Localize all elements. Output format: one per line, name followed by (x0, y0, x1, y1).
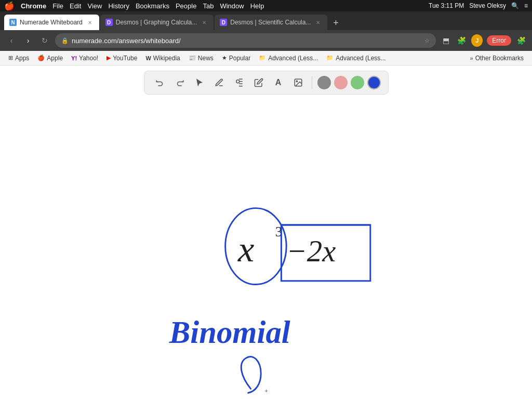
tab-close-numerade[interactable]: ✕ (86, 18, 94, 26)
os-time: Tue 3:11 PM (429, 2, 464, 9)
address-bar-actions: ⬒ 🧩 J Error 🧩 (440, 35, 527, 46)
tab-title-numerade: Numerade Whiteboard (20, 19, 83, 26)
bookmark-popular-label: Popular (229, 55, 250, 62)
bookmarks-right: » Other Bookmarks (467, 54, 527, 63)
bookmark-news[interactable]: 📰 News (185, 54, 217, 63)
undo-button[interactable] (152, 74, 168, 91)
back-button[interactable]: ‹ (5, 34, 18, 47)
extensions-icon[interactable]: 🧩 (456, 35, 467, 46)
tab-numerade[interactable]: N Numerade Whiteboard ✕ (4, 15, 99, 30)
os-menu-file[interactable]: File (52, 2, 63, 10)
url-bar[interactable]: 🔒 numerade.com/answers/whiteboard/ ☆ (55, 33, 436, 48)
bookmark-wikipedia[interactable]: W Wikipedia (142, 54, 183, 63)
os-menubar: 🍎 Chrome File Edit View History Bookmark… (0, 0, 532, 11)
bookmark-apps-label: Apps (15, 55, 29, 62)
whiteboard-svg: x 3 −2x Binomial + (0, 99, 532, 399)
color-pink[interactable] (334, 76, 348, 89)
color-gray[interactable] (317, 76, 331, 89)
os-status-bar: Tue 3:11 PM Steve Oleksy 🔍 ≡ (429, 2, 528, 9)
whiteboard-toolbar: A (0, 65, 532, 99)
os-menu-history[interactable]: History (108, 2, 129, 10)
svg-text:−2x: −2x (286, 234, 336, 268)
bookmarks-bar: ⊞ Apps 🍎 Apple Y! Yahoo! ▶ YouTube W Wik… (0, 51, 532, 65)
bookmark-apps[interactable]: ⊞ Apps (5, 54, 32, 63)
color-green[interactable] (351, 76, 364, 89)
svg-point-6 (296, 81, 297, 82)
os-menu-help[interactable]: Help (250, 2, 264, 10)
main-content: A x 3 −2x (0, 65, 532, 399)
tab-title-desmos2: Desmos | Scientific Calcula... (230, 19, 311, 26)
tab-favicon-desmos2: D (220, 19, 227, 26)
os-menu-window[interactable]: Window (220, 2, 244, 10)
os-menu-people[interactable]: People (176, 2, 196, 10)
highlighter-tool-button[interactable] (250, 74, 267, 91)
tab-desmos1[interactable]: D Desmos | Graphing Calcula... ✕ (100, 15, 214, 30)
forward-button[interactable]: › (22, 34, 34, 47)
bookmark-news-label: News (198, 55, 214, 62)
shapes-tool-button[interactable] (231, 74, 247, 91)
bookmark-wikipedia-label: Wikipedia (153, 55, 180, 62)
tab-desmos2[interactable]: D Desmos | Scientific Calcula... ✕ (215, 15, 327, 30)
bookmark-advanced1-label: Advanced (Less... (268, 55, 318, 62)
pencil-tool-button[interactable] (211, 74, 228, 91)
folder2-icon: 📁 (326, 55, 334, 61)
os-menu-tab[interactable]: Tab (203, 2, 214, 10)
bookmark-yahoo[interactable]: Y! Yahoo! (68, 54, 101, 63)
tab-bar: N Numerade Whiteboard ✕ D Desmos | Graph… (0, 11, 532, 30)
bookmark-popular[interactable]: ★ Popular (219, 54, 254, 63)
lock-icon: 🔒 (61, 37, 69, 44)
tab-close-desmos2[interactable]: ✕ (314, 18, 322, 26)
select-tool-button[interactable] (191, 74, 208, 91)
os-menu-bookmarks[interactable]: Bookmarks (136, 2, 169, 10)
bookmark-advanced2[interactable]: 📁 Advanced (Less... (323, 54, 389, 63)
search-icon[interactable]: 🔍 (511, 2, 519, 9)
tab-favicon-desmos1: D (105, 19, 113, 26)
svg-point-7 (225, 208, 287, 285)
toolbar-inner: A (144, 71, 389, 95)
bookmark-other[interactable]: » Other Bookmarks (467, 54, 527, 63)
image-tool-button[interactable] (290, 74, 307, 91)
url-text: numerade.com/answers/whiteboard/ (72, 37, 421, 45)
bookmark-advanced1[interactable]: 📁 Advanced (Less... (256, 54, 321, 63)
extensions-puzzle-icon[interactable]: 🧩 (515, 35, 527, 46)
apps-icon: ⊞ (8, 55, 13, 61)
error-button[interactable]: Error (487, 35, 511, 46)
bookmark-other-label: Other Bookmarks (475, 55, 524, 62)
other-bookmarks-icon: » (470, 55, 473, 61)
svg-point-0 (236, 80, 239, 83)
apple-menu-icon[interactable]: 🍎 (4, 1, 15, 11)
svg-text:Binomial: Binomial (169, 315, 290, 350)
bookmark-advanced2-label: Advanced (Less... (336, 55, 385, 62)
tab-favicon-numerade: N (9, 19, 17, 26)
svg-text:+: + (264, 387, 268, 394)
address-bar: ‹ › ↻ 🔒 numerade.com/answers/whiteboard/… (0, 30, 532, 51)
bookmark-star-icon[interactable]: ☆ (424, 37, 430, 44)
text-tool-button[interactable]: A (270, 74, 287, 91)
os-app-name[interactable]: Chrome (21, 2, 46, 10)
apple-bookmark-icon: 🍎 (37, 55, 45, 61)
bookmark-apple[interactable]: 🍎 Apple (34, 54, 66, 63)
profile-initial: J (471, 34, 483, 47)
os-menu-edit[interactable]: Edit (70, 2, 81, 10)
cast-icon[interactable]: ⬒ (440, 35, 451, 46)
error-label: Error (492, 37, 506, 44)
new-tab-button[interactable]: + (328, 16, 343, 30)
redo-button[interactable] (171, 74, 188, 91)
bookmark-apple-label: Apple (47, 55, 63, 62)
svg-text:x: x (237, 229, 254, 269)
popular-icon: ★ (222, 55, 227, 61)
bookmark-yahoo-label: Yahoo! (79, 55, 98, 62)
whiteboard-canvas[interactable]: x 3 −2x Binomial + (0, 99, 532, 399)
folder1-icon: 📁 (259, 55, 266, 61)
toolbar-separator (312, 76, 312, 89)
youtube-icon: ▶ (107, 55, 111, 61)
refresh-button[interactable]: ↻ (38, 34, 51, 47)
profile-avatar[interactable]: J (471, 35, 483, 46)
tab-close-desmos1[interactable]: ✕ (200, 18, 208, 26)
bookmark-youtube-label: YouTube (113, 55, 137, 62)
bookmark-youtube[interactable]: ▶ YouTube (103, 54, 140, 63)
menu-icon[interactable]: ≡ (524, 2, 528, 9)
wikipedia-icon: W (145, 55, 151, 61)
os-menu-view[interactable]: View (87, 2, 102, 10)
color-blue[interactable] (367, 76, 381, 89)
